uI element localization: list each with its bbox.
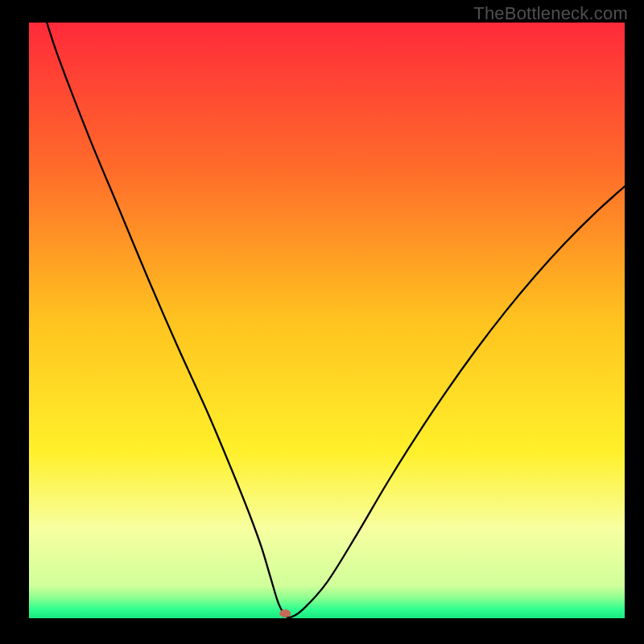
optimal-point-marker [279,609,291,617]
gradient-background [29,23,625,618]
watermark-text: TheBottleneck.com [473,3,628,24]
figure-frame: TheBottleneck.com [0,0,644,644]
plot-area [29,23,625,618]
